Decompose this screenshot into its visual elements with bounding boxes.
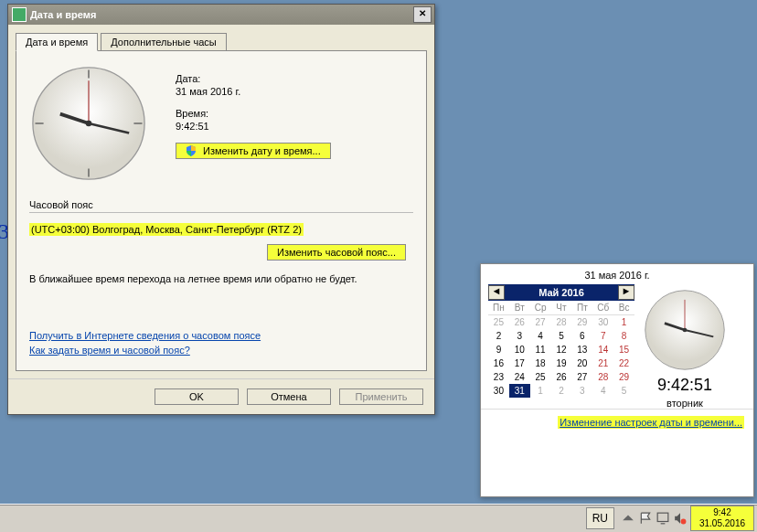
calendar-day[interactable]: 23 bbox=[488, 370, 509, 384]
change-settings-link[interactable]: Изменение настроек даты и времени... bbox=[558, 416, 744, 429]
taskbar-time: 9:42 bbox=[697, 507, 748, 518]
calendar-day[interactable]: 25 bbox=[488, 315, 509, 329]
calendar-day[interactable]: 27 bbox=[571, 370, 592, 384]
calendar-day[interactable]: 3 bbox=[571, 384, 592, 398]
calendar-day[interactable]: 3 bbox=[509, 329, 530, 343]
dialog-titlebar[interactable]: Дата и время ✕ bbox=[8, 5, 434, 25]
uac-shield-icon bbox=[186, 145, 197, 156]
link-timezone-info[interactable]: Получить в Интернете сведения о часовом … bbox=[29, 330, 413, 341]
calendar-day[interactable]: 28 bbox=[551, 315, 572, 329]
calendar: ◄ Май 2016 ► ПнВтСрЧтПтСбВс2526272829301… bbox=[488, 284, 634, 409]
calendar-day[interactable]: 10 bbox=[509, 343, 530, 356]
calendar-day[interactable]: 13 bbox=[571, 343, 592, 356]
calendar-day[interactable]: 4 bbox=[530, 329, 551, 343]
volume-icon[interactable] bbox=[674, 512, 687, 525]
dialog-title: Дата и время bbox=[30, 9, 96, 20]
calendar-dow: Сб bbox=[592, 301, 613, 315]
time-value: 9:42:51 bbox=[176, 121, 338, 132]
calendar-day[interactable]: 15 bbox=[613, 343, 634, 356]
timezone-value: (UTC+03:00) Волгоград, Москва, Санкт-Пет… bbox=[29, 223, 304, 236]
calendar-day[interactable]: 8 bbox=[613, 329, 634, 343]
calendar-day[interactable]: 25 bbox=[530, 370, 551, 384]
dst-info: В ближайшее время перехода на летнее вре… bbox=[29, 273, 413, 284]
change-timezone-button[interactable]: Изменить часовой пояс... bbox=[267, 244, 406, 261]
cancel-button[interactable]: Отмена bbox=[247, 388, 331, 405]
flag-icon[interactable] bbox=[639, 512, 652, 525]
calendar-next-button[interactable]: ► bbox=[618, 285, 634, 300]
calendar-day[interactable]: 2 bbox=[488, 329, 509, 343]
close-button[interactable]: ✕ bbox=[413, 6, 432, 23]
calendar-day[interactable]: 1 bbox=[613, 315, 634, 329]
calendar-day[interactable]: 5 bbox=[613, 384, 634, 398]
calendar-day[interactable]: 9 bbox=[488, 343, 509, 356]
calendar-day[interactable]: 5 bbox=[551, 329, 572, 343]
tab-panel: Дата: 31 мая 2016 г. Время: 9:42:51 Изме… bbox=[16, 51, 427, 371]
calendar-day[interactable]: 22 bbox=[613, 356, 634, 370]
svg-point-16 bbox=[681, 519, 687, 525]
calendar-day[interactable]: 4 bbox=[592, 384, 613, 398]
date-value: 31 мая 2016 г. bbox=[176, 86, 338, 97]
tray-clock-popup: 31 мая 2016 г. ◄ Май 2016 ► ПнВтСрЧтПтСб… bbox=[480, 263, 754, 497]
taskbar-clock[interactable]: 9:42 31.05.2016 bbox=[690, 505, 754, 531]
timezone-section-title: Часовой пояс bbox=[29, 199, 413, 210]
calendar-day[interactable]: 14 bbox=[592, 343, 613, 356]
calendar-day[interactable]: 7 bbox=[592, 329, 613, 343]
calendar-day[interactable]: 28 bbox=[592, 370, 613, 384]
taskbar: RU 9:42 31.05.2016 bbox=[0, 504, 757, 532]
apply-button[interactable]: Применить bbox=[339, 388, 423, 405]
calendar-day[interactable]: 21 bbox=[592, 356, 613, 370]
svg-point-8 bbox=[86, 121, 92, 127]
calendar-dow: Вт bbox=[509, 301, 530, 315]
calendar-month-title: Май 2016 bbox=[505, 287, 618, 298]
calendar-day[interactable]: 26 bbox=[509, 315, 530, 329]
calendar-day[interactable]: 29 bbox=[613, 370, 634, 384]
tab-bar: Дата и время Дополнительные часы bbox=[16, 32, 427, 51]
time-label: Время: bbox=[176, 108, 338, 119]
date-label: Дата: bbox=[176, 73, 338, 84]
taskbar-date: 31.05.2016 bbox=[697, 518, 748, 529]
calendar-day[interactable]: 20 bbox=[571, 356, 592, 370]
calendar-day[interactable]: 12 bbox=[551, 343, 572, 356]
calendar-day[interactable]: 30 bbox=[592, 315, 613, 329]
popup-analog-clock bbox=[634, 288, 735, 374]
calendar-day[interactable]: 18 bbox=[530, 356, 551, 370]
calendar-day[interactable]: 27 bbox=[530, 315, 551, 329]
change-date-time-label: Изменить дату и время... bbox=[203, 145, 321, 156]
link-howto[interactable]: Как задать время и часовой пояс? bbox=[29, 345, 413, 356]
tab-date-time[interactable]: Дата и время bbox=[16, 33, 98, 51]
calendar-day[interactable]: 30 bbox=[488, 384, 509, 398]
svg-rect-14 bbox=[657, 513, 668, 521]
calendar-grid[interactable]: ПнВтСрЧтПтСбВс25262728293012345678910111… bbox=[488, 301, 634, 398]
network-icon[interactable] bbox=[656, 512, 669, 525]
calendar-day[interactable]: 19 bbox=[551, 356, 572, 370]
calendar-dow: Ср bbox=[530, 301, 551, 315]
popup-digital-time: 9:42:51 bbox=[634, 376, 735, 395]
date-time-dialog: Дата и время ✕ Дата и время Дополнительн… bbox=[7, 4, 435, 415]
calendar-day[interactable]: 17 bbox=[509, 356, 530, 370]
datetime-sysicon bbox=[12, 7, 27, 22]
calendar-dow: Пн bbox=[488, 301, 509, 315]
calendar-day[interactable]: 26 bbox=[551, 370, 572, 384]
calendar-day[interactable]: 31 bbox=[509, 384, 530, 398]
calendar-day[interactable]: 6 bbox=[571, 329, 592, 343]
calendar-day[interactable]: 1 bbox=[530, 384, 551, 398]
popup-weekday: вторник bbox=[634, 398, 735, 409]
calendar-day[interactable]: 11 bbox=[530, 343, 551, 356]
popup-date: 31 мая 2016 г. bbox=[481, 264, 753, 284]
calendar-day[interactable]: 16 bbox=[488, 356, 509, 370]
language-indicator[interactable]: RU bbox=[586, 507, 614, 529]
calendar-day[interactable]: 2 bbox=[551, 384, 572, 398]
ok-button[interactable]: OK bbox=[155, 388, 239, 405]
systray bbox=[618, 512, 690, 525]
analog-clock bbox=[29, 64, 148, 183]
tray-arrow-icon[interactable] bbox=[622, 512, 634, 525]
change-date-time-button[interactable]: Изменить дату и время... bbox=[176, 143, 331, 159]
calendar-day[interactable]: 24 bbox=[509, 370, 530, 384]
dialog-buttons: OK Отмена Применить bbox=[8, 378, 434, 414]
tab-additional-clocks[interactable]: Дополнительные часы bbox=[101, 33, 226, 50]
calendar-day[interactable]: 29 bbox=[571, 315, 592, 329]
svg-point-13 bbox=[683, 328, 688, 333]
calendar-dow: Чт bbox=[551, 301, 572, 315]
calendar-prev-button[interactable]: ◄ bbox=[488, 285, 505, 300]
calendar-dow: Пт bbox=[571, 301, 592, 315]
